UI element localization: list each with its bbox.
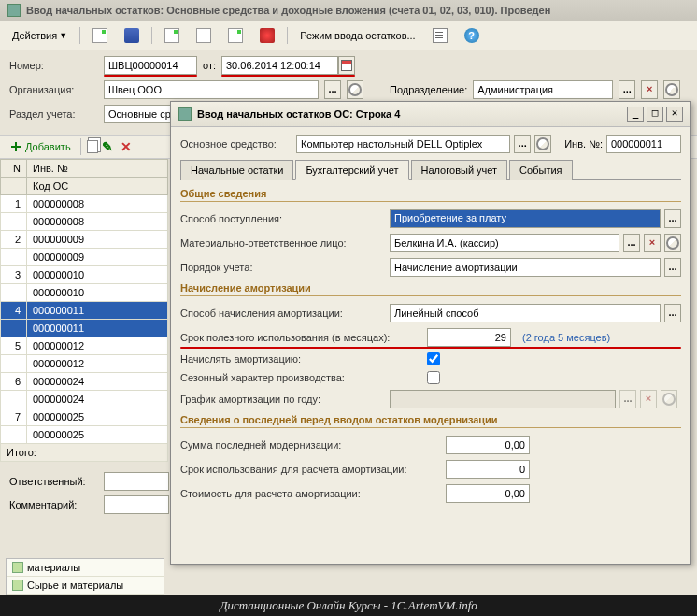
last-sum-input[interactable] — [446, 436, 530, 454]
mol-clear[interactable]: × — [644, 234, 661, 252]
close-button[interactable]: ✕ — [666, 107, 683, 122]
table-row[interactable]: 000000024 — [1, 391, 168, 408]
asset-input[interactable] — [296, 135, 510, 153]
last-life-input[interactable] — [446, 460, 530, 479]
post-icon — [92, 28, 107, 43]
table-row[interactable]: 4000000011 — [1, 302, 168, 320]
order-input[interactable] — [390, 258, 661, 277]
section-label: Раздел учета: — [9, 108, 98, 120]
section-amort: Начисление амортизации — [180, 282, 681, 296]
main-toolbar: Действия ▼ Режим ввода остатков... ? — [0, 21, 697, 50]
seasonal-checkbox[interactable] — [427, 371, 440, 384]
asset-lookup[interactable] — [534, 135, 551, 153]
tab-accounting[interactable]: Бухгалтерский учет — [295, 160, 408, 180]
tb-btn-4[interactable] — [253, 25, 281, 46]
dialog-tabs: Начальные остатки Бухгалтерский учет Нал… — [180, 159, 681, 180]
tab-initial[interactable]: Начальные остатки — [180, 160, 293, 180]
table-row[interactable]: 6000000024 — [1, 373, 168, 391]
life-hint: (2 года 5 месяцев) — [522, 332, 610, 343]
dialog-title: Ввод начальных остатков ОС: Строка 4 — [197, 108, 400, 120]
actions-menu[interactable]: Действия ▼ — [6, 27, 74, 44]
bottom-list: материалы Сырье и материалы — [6, 558, 164, 595]
method-choose[interactable]: ... — [664, 209, 681, 228]
method-label: Способ поступления: — [180, 213, 386, 224]
copy-button[interactable] — [87, 140, 98, 153]
edit-row-button[interactable]: ✎ — [102, 139, 117, 154]
asset-label: Основное средство: — [180, 138, 292, 150]
col-n[interactable]: N — [1, 160, 27, 178]
help-button[interactable]: ? — [458, 25, 486, 46]
comment-label: Комментарий: — [9, 499, 98, 510]
table-row[interactable]: 1000000008 — [1, 195, 168, 213]
from-label: от: — [203, 60, 216, 71]
grid-total: Итого: — [1, 444, 168, 462]
amort-method-input[interactable] — [390, 304, 661, 322]
section-modern: Сведения о последней перед вводом остатк… — [180, 414, 681, 428]
amort-method-choose[interactable]: ... — [664, 304, 681, 322]
table-row[interactable]: 000000008 — [1, 213, 168, 231]
dialog-icon — [178, 107, 192, 121]
last-cost-input[interactable] — [446, 484, 530, 503]
window-titlebar: Ввод начальных остатков: Основные средст… — [0, 0, 697, 21]
dept-input[interactable] — [473, 80, 613, 99]
tb-btn-2[interactable] — [190, 25, 218, 46]
watermark: Дистанционные Онлайн Курсы - 1C.ArtemVM.… — [0, 595, 697, 616]
table-row[interactable]: 2000000009 — [1, 231, 168, 249]
life-input[interactable] — [427, 328, 511, 347]
dept-choose[interactable]: ... — [619, 80, 635, 99]
order-choose[interactable]: ... — [664, 258, 681, 277]
mode-button[interactable]: Режим ввода остатков... — [293, 27, 422, 44]
inv-input[interactable] — [606, 135, 681, 153]
table-row[interactable]: 3000000010 — [1, 266, 168, 284]
assets-grid: NИнв. № Код ОС 1000000008000000008200000… — [0, 159, 168, 462]
table-row[interactable]: 000000011 — [1, 320, 168, 337]
list-button[interactable] — [426, 25, 454, 46]
section-general: Общие сведения — [180, 188, 681, 202]
do-amort-checkbox[interactable] — [427, 352, 440, 365]
asset-choose[interactable]: ... — [514, 135, 531, 153]
number-label: Номер: — [9, 60, 98, 71]
dept-lookup[interactable] — [663, 80, 680, 99]
tab-tax[interactable]: Налоговый учет — [411, 160, 508, 180]
dept-label: Подразделение: — [390, 84, 467, 95]
tab-events[interactable]: События — [509, 160, 572, 180]
date-input[interactable] — [221, 56, 338, 75]
resp-input[interactable] — [104, 472, 169, 491]
number-input[interactable] — [104, 56, 197, 75]
org-lookup[interactable] — [347, 80, 363, 99]
mol-lookup[interactable] — [664, 234, 681, 252]
edit-icon — [196, 28, 211, 43]
do-amort-label: Начислять амортизацию: — [180, 353, 423, 365]
calendar-button[interactable] — [338, 56, 355, 75]
col-inv[interactable]: Инв. № — [27, 160, 168, 178]
table-row[interactable]: 000000012 — [1, 355, 168, 373]
comment-input[interactable] — [104, 495, 169, 514]
dept-clear[interactable]: × — [641, 80, 658, 99]
tb-btn-1[interactable] — [158, 25, 186, 46]
save-icon — [124, 28, 139, 43]
maximize-button[interactable]: □ — [647, 107, 663, 122]
col-code[interactable]: Код ОС — [27, 178, 168, 195]
mol-choose[interactable]: ... — [623, 234, 640, 252]
minimize-button[interactable]: _ — [627, 107, 644, 122]
tb-btn-3[interactable] — [221, 25, 249, 46]
table-row[interactable]: 000000010 — [1, 284, 168, 302]
table-row[interactable]: 000000025 — [1, 426, 168, 444]
table-row[interactable]: 7000000025 — [1, 408, 168, 426]
org-choose[interactable]: ... — [324, 80, 341, 99]
list-item[interactable]: Сырье и материалы — [7, 577, 164, 595]
post-button[interactable] — [86, 25, 114, 46]
seasonal-label: Сезонный характер производства: — [180, 372, 423, 383]
graph-clear: × — [640, 390, 657, 408]
table-row[interactable]: 000000009 — [1, 249, 168, 266]
add-button[interactable]: Добавить — [6, 138, 75, 155]
mol-input[interactable] — [390, 234, 619, 252]
save-button[interactable] — [118, 25, 146, 46]
list-item[interactable]: материалы — [7, 559, 164, 577]
table-row[interactable]: 5000000012 — [1, 337, 168, 355]
doc-icon-1 — [164, 28, 179, 43]
method-input[interactable]: Приобретение за плату — [390, 209, 661, 228]
app-icon — [7, 4, 21, 17]
delete-row-button[interactable]: ✕ — [121, 139, 135, 154]
org-input[interactable] — [104, 80, 319, 99]
